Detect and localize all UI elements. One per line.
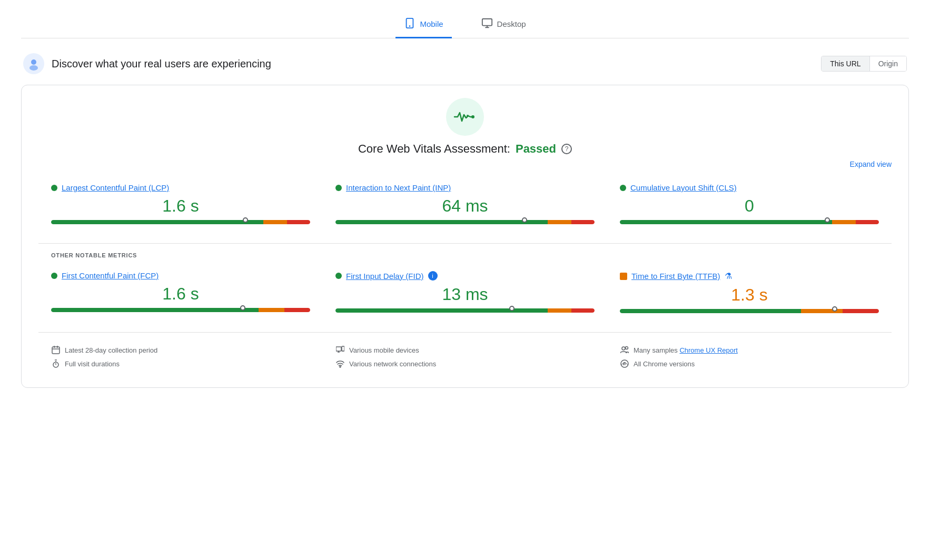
- footer-link-3-1[interactable]: Chrome UX Report: [679, 346, 738, 354]
- footer-item-1-1: Latest 28-day collection period: [51, 345, 310, 355]
- metric-col-fid: First Input Delay (FID)i13 ms: [323, 263, 607, 322]
- origin-button[interactable]: Origin: [870, 56, 906, 71]
- bar-orange-inp: [548, 220, 571, 224]
- desktop-icon: [481, 17, 493, 31]
- metric-value-lcp: 1.6 s: [51, 196, 310, 216]
- svg-rect-19: [342, 346, 344, 351]
- footer-item-2-1: Various mobile devices: [335, 345, 595, 355]
- metric-name-cls[interactable]: Cumulative Layout Shift (CLS): [630, 183, 737, 192]
- svg-point-23: [340, 366, 341, 367]
- metric-col-inp: Interaction to Next Paint (INP)64 ms: [323, 175, 607, 233]
- bar-red-lcp: [287, 220, 310, 224]
- expand-link[interactable]: Expand view: [850, 160, 892, 168]
- tab-mobile[interactable]: Mobile: [395, 11, 451, 38]
- vitals-icon-circle: [446, 98, 484, 136]
- assessment-label: Core Web Vitals Assessment:: [358, 142, 510, 156]
- svg-rect-10: [52, 347, 60, 354]
- other-metrics-label: OTHER NOTABLE METRICS: [38, 252, 892, 258]
- metric-label-row-lcp: Largest Contentful Paint (LCP): [51, 183, 310, 192]
- vitals-title-row: Core Web Vitals Assessment: Passed ?: [358, 142, 572, 156]
- info-icon-fid[interactable]: i: [428, 271, 438, 281]
- svg-point-9: [467, 115, 469, 117]
- footer-text-3-1: Many samples Chrome UX Report: [634, 346, 738, 354]
- bar-marker-inp: [521, 218, 528, 226]
- bar-orange-fcp: [259, 308, 284, 312]
- bar-wrapper-cls: [620, 220, 879, 224]
- avatar: [23, 53, 44, 74]
- other-metrics-grid: First Contentful Paint (FCP)1.6 sFirst I…: [38, 263, 892, 322]
- bar-orange-cls: [832, 220, 855, 224]
- bar-green-inp: [335, 220, 548, 224]
- footer-text-1-1: Latest 28-day collection period: [65, 346, 157, 354]
- metric-name-lcp[interactable]: Largest Contentful Paint (LCP): [62, 183, 169, 192]
- svg-point-24: [622, 347, 625, 350]
- metric-name-fid[interactable]: First Input Delay (FID): [346, 272, 424, 281]
- bar-wrapper-ttfb: [620, 309, 879, 313]
- metric-name-ttfb[interactable]: Time to First Byte (TTFB): [631, 272, 720, 281]
- metric-dot-inp: [335, 185, 342, 191]
- bar-wrapper-fcp: [51, 308, 310, 312]
- svg-point-8: [471, 115, 474, 118]
- bar-track-ttfb: [620, 309, 879, 313]
- bar-marker-fid: [509, 307, 515, 314]
- bar-marker-lcp: [242, 218, 249, 226]
- metric-name-fcp[interactable]: First Contentful Paint (FCP): [62, 271, 159, 280]
- metric-col-ttfb: Time to First Byte (TTFB)⚗1.3 s: [607, 263, 892, 322]
- core-metrics-grid: Largest Contentful Paint (LCP)1.6 sInter…: [38, 175, 892, 233]
- bar-wrapper-inp: [335, 220, 595, 224]
- chrome-icon: [620, 359, 629, 368]
- users-icon: [620, 345, 629, 355]
- tab-desktop[interactable]: Desktop: [473, 11, 535, 38]
- monitor-mobile-icon: [335, 345, 345, 355]
- help-icon[interactable]: ?: [561, 144, 572, 154]
- tab-mobile-label: Mobile: [420, 19, 443, 28]
- metric-dot-fcp: [51, 273, 57, 279]
- bar-green-ttfb: [620, 309, 801, 313]
- bar-track-lcp: [51, 220, 310, 224]
- bar-track-fcp: [51, 308, 310, 312]
- mobile-icon: [404, 17, 415, 31]
- header-section: Discover what your real users are experi…: [21, 53, 909, 74]
- page-title: Discover what your real users are experi…: [52, 58, 271, 70]
- footer-item-2-2: Various network connections: [335, 359, 595, 368]
- svg-point-25: [626, 347, 628, 349]
- footer-item-1-2: Full visit durations: [51, 359, 310, 368]
- metric-name-inp[interactable]: Interaction to Next Paint (INP): [346, 183, 451, 192]
- bar-orange-fid: [548, 308, 571, 313]
- bar-track-inp: [335, 220, 595, 224]
- metric-label-row-fcp: First Contentful Paint (FCP): [51, 271, 310, 280]
- metric-col-lcp: Largest Contentful Paint (LCP)1.6 s: [38, 175, 323, 233]
- metric-dot-ttfb: [620, 273, 627, 280]
- footer-col-3: Many samples Chrome UX Report All Chrome…: [607, 341, 892, 373]
- metric-label-row-inp: Interaction to Next Paint (INP): [335, 183, 595, 192]
- footer-item-3-2: All Chrome versions: [620, 359, 879, 368]
- bar-red-fcp: [284, 308, 310, 312]
- bar-marker-fcp: [240, 306, 246, 314]
- svg-rect-18: [336, 347, 341, 351]
- svg-point-6: [31, 59, 36, 65]
- metric-label-row-ttfb: Time to First Byte (TTFB)⚗: [620, 271, 879, 281]
- flask-icon-ttfb: ⚗: [725, 271, 732, 281]
- this-url-button[interactable]: This URL: [822, 56, 869, 71]
- bar-green-fcp: [51, 308, 259, 312]
- metric-value-fid: 13 ms: [335, 285, 595, 304]
- svg-rect-2: [482, 19, 491, 26]
- stopwatch-icon: [51, 359, 61, 368]
- bar-red-inp: [571, 220, 595, 224]
- bar-marker-cls: [824, 218, 830, 226]
- bar-green-lcp: [51, 220, 263, 224]
- wifi-icon: [335, 359, 345, 368]
- metric-dot-lcp: [51, 185, 57, 191]
- metric-value-ttfb: 1.3 s: [620, 285, 879, 305]
- footer-col-2: Various mobile devices Various network c…: [323, 341, 607, 373]
- footer-text-1-2: Full visit durations: [65, 360, 120, 368]
- svg-point-7: [29, 65, 38, 71]
- main-card: Core Web Vitals Assessment: Passed ? Exp…: [21, 85, 909, 388]
- metric-value-inp: 64 ms: [335, 196, 595, 216]
- footer-text-3-2: All Chrome versions: [634, 360, 695, 368]
- bar-wrapper-lcp: [51, 220, 310, 224]
- footer-text-2-2: Various network connections: [349, 360, 436, 368]
- metric-col-fcp: First Contentful Paint (FCP)1.6 s: [38, 263, 323, 322]
- bar-red-cls: [856, 220, 879, 224]
- metric-label-row-fid: First Input Delay (FID)i: [335, 271, 595, 281]
